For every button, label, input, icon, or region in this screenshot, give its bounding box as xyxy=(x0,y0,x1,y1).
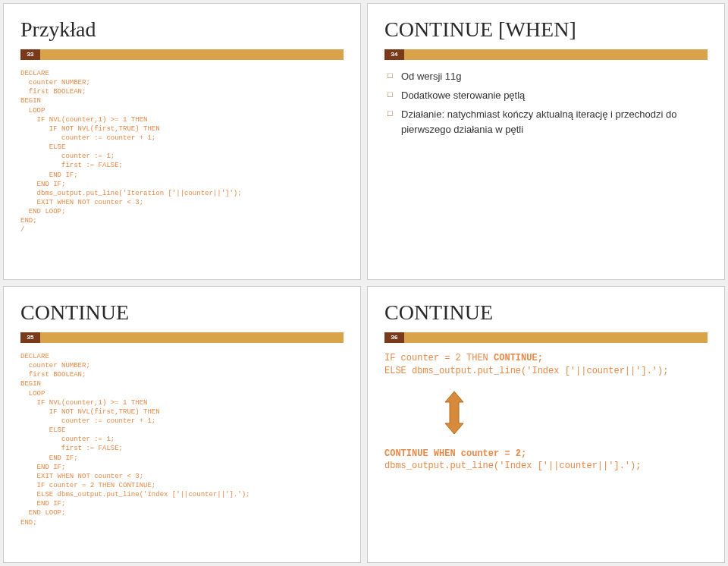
code-block: DECLARE counter NUMBER; first BOOLEAN; B… xyxy=(20,69,344,235)
code-text: IF counter = 2 THEN xyxy=(384,353,494,363)
slide-number: 34 xyxy=(384,49,404,60)
gold-bar xyxy=(40,49,344,60)
code-top: IF counter = 2 THEN CONTINUE; ELSE dbms_… xyxy=(384,352,708,378)
double-arrow-icon xyxy=(438,391,708,434)
bullet-list: Od wersji 11g Dodatkowe sterowanie pętlą… xyxy=(388,69,708,138)
slide-36: CONTINUE 36 IF counter = 2 THEN CONTINUE… xyxy=(367,286,725,563)
bullet-item: Dodatkowe sterowanie pętlą xyxy=(388,88,708,104)
code-text: dbms_output.put_line('Index ['||counter|… xyxy=(384,461,641,471)
code-bold: CONTINUE; xyxy=(494,353,543,363)
svg-marker-0 xyxy=(445,391,463,434)
slide-title: CONTINUE xyxy=(20,300,344,325)
slide-title: Przykład xyxy=(20,17,344,42)
gold-bar xyxy=(40,332,344,343)
header-bar: 36 xyxy=(384,332,708,343)
code-bottom: CONTINUE WHEN counter = 2; dbms_output.p… xyxy=(384,448,708,473)
slide-35: CONTINUE 35 DECLARE counter NUMBER; firs… xyxy=(3,286,361,563)
slide-number: 35 xyxy=(20,332,40,343)
slide-title: CONTINUE xyxy=(384,300,708,325)
slide-number: 36 xyxy=(384,332,404,343)
slide-title: CONTINUE [WHEN] xyxy=(384,17,708,42)
code-text: ELSE dbms_output.put_line('Index ['||cou… xyxy=(384,366,668,376)
gold-bar xyxy=(404,49,708,60)
code-bold: CONTINUE WHEN counter = 2; xyxy=(384,448,526,459)
header-bar: 34 xyxy=(384,49,708,60)
slide-33: Przykład 33 DECLARE counter NUMBER; firs… xyxy=(3,3,361,280)
slide-number: 33 xyxy=(20,49,40,60)
header-bar: 35 xyxy=(20,332,344,343)
header-bar: 33 xyxy=(20,49,344,60)
code-block: DECLARE counter NUMBER; first BOOLEAN; B… xyxy=(20,352,344,527)
bullet-item: Działanie: natychmiast kończy aktualną i… xyxy=(388,107,708,139)
slide-34: CONTINUE [WHEN] 34 Od wersji 11g Dodatko… xyxy=(367,3,725,280)
gold-bar xyxy=(404,332,708,343)
bullet-item: Od wersji 11g xyxy=(388,69,708,85)
